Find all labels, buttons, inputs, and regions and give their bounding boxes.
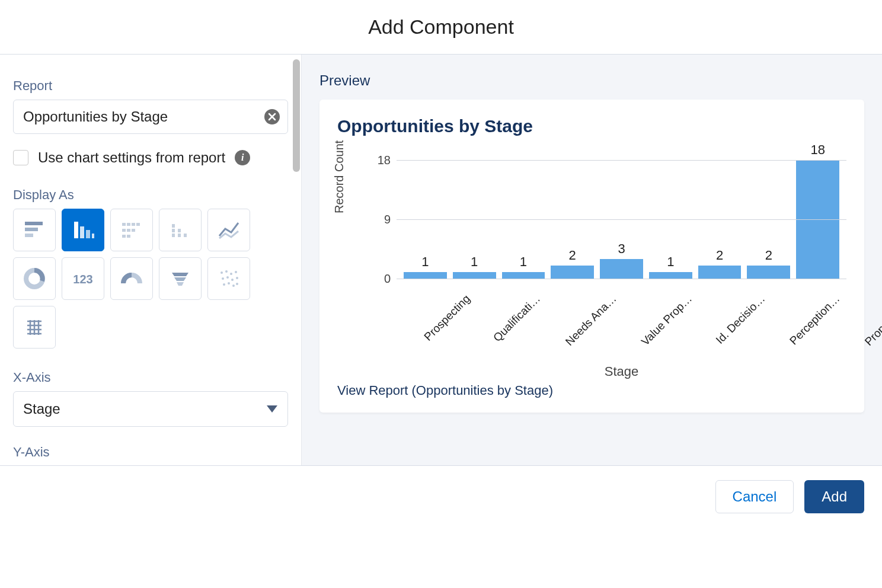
bar-value: 3: [599, 241, 644, 257]
report-label: Report: [13, 78, 288, 94]
svg-rect-12: [127, 229, 130, 232]
bar-value: 2: [697, 248, 743, 263]
svg-point-33: [231, 279, 234, 281]
gridline: [397, 279, 846, 279]
svg-point-35: [223, 283, 225, 286]
y-axis-label: Y-Axis: [13, 445, 288, 460]
svg-text:123: 123: [73, 273, 92, 286]
svg-rect-11: [122, 229, 126, 232]
preview-panel: Preview Opportunities by Stage Record Co…: [301, 55, 882, 465]
svg-point-34: [236, 277, 238, 279]
x-tick-label: Proposal/P…: [862, 288, 882, 349]
modal-title: Add Component: [0, 0, 882, 55]
gridline: [397, 160, 846, 161]
svg-point-31: [222, 277, 224, 280]
chart: Record Count 1112312218 0918 Prospecting…: [337, 160, 846, 362]
svg-rect-18: [172, 224, 175, 228]
svg-point-37: [232, 285, 235, 287]
use-chart-settings-label: Use chart settings from report: [38, 149, 225, 166]
display-funnel[interactable]: [159, 257, 202, 300]
svg-rect-6: [92, 234, 94, 238]
add-button[interactable]: Add: [804, 480, 864, 513]
bar-value: 18: [795, 142, 841, 158]
config-panel: Report Use chart settings from report i …: [0, 55, 301, 465]
svg-point-28: [225, 270, 228, 273]
x-axis-label: X-Axis: [13, 370, 288, 385]
scrollbar[interactable]: [292, 59, 301, 465]
svg-rect-0: [25, 222, 43, 225]
bar-value: 1: [648, 254, 694, 270]
svg-point-38: [236, 283, 238, 285]
x-tick-label: Value Prop…: [638, 288, 699, 349]
svg-marker-25: [174, 277, 186, 281]
svg-point-36: [228, 282, 230, 285]
y-tick: 0: [384, 272, 391, 286]
svg-rect-2: [25, 234, 33, 237]
bar-value: 2: [746, 248, 791, 263]
svg-point-27: [220, 271, 223, 274]
modal-footer: Cancel Add: [0, 466, 882, 528]
svg-rect-8: [127, 223, 130, 226]
report-input[interactable]: [13, 100, 288, 134]
display-as-grid: 123: [13, 209, 288, 349]
display-horizontal-bar[interactable]: [13, 209, 56, 251]
svg-rect-9: [132, 223, 135, 226]
display-donut[interactable]: [13, 257, 56, 300]
use-chart-settings-checkbox[interactable]: [13, 150, 28, 165]
x-tick-label: Perception…: [787, 288, 846, 347]
svg-rect-21: [184, 234, 187, 237]
svg-point-30: [235, 271, 237, 273]
svg-marker-24: [172, 273, 188, 276]
preview-label: Preview: [319, 72, 864, 89]
x-tick-label: Id. Decisio…: [714, 288, 772, 347]
display-scatter[interactable]: [207, 257, 250, 300]
modal-body: Report Use chart settings from report i …: [0, 55, 882, 466]
close-icon: [268, 113, 276, 121]
bar-value: 1: [501, 254, 547, 270]
gridline: [397, 219, 846, 220]
svg-rect-15: [127, 235, 130, 238]
display-as-label: Display As: [13, 187, 288, 203]
svg-rect-7: [122, 223, 126, 226]
cancel-button[interactable]: Cancel: [715, 480, 794, 513]
display-line[interactable]: [207, 209, 250, 251]
y-tick: 18: [378, 154, 391, 167]
display-stacked-vertical[interactable]: [159, 209, 202, 251]
display-vertical-bar[interactable]: [62, 209, 104, 251]
x-axis-title: Stage: [397, 364, 846, 379]
preview-card: Opportunities by Stage Record Count 1112…: [319, 100, 864, 413]
view-report-link[interactable]: View Report (Opportunities by Stage): [337, 383, 846, 398]
svg-point-32: [226, 276, 229, 279]
svg-rect-3: [74, 222, 78, 238]
info-icon[interactable]: i: [235, 150, 250, 165]
x-tick-label: Qualificati…: [491, 288, 547, 344]
y-tick: 9: [384, 213, 391, 226]
display-gauge[interactable]: [110, 257, 153, 300]
svg-rect-14: [122, 235, 126, 238]
svg-rect-13: [132, 229, 135, 232]
bar-value: 1: [402, 254, 448, 270]
display-metric[interactable]: 123: [62, 257, 104, 300]
svg-point-29: [230, 273, 232, 275]
svg-rect-10: [136, 223, 140, 226]
display-table[interactable]: [13, 306, 56, 349]
chart-title: Opportunities by Stage: [337, 116, 846, 136]
svg-rect-16: [172, 234, 175, 237]
x-tick-label: Prospecting: [421, 288, 477, 344]
bar-value: 1: [452, 254, 497, 270]
y-axis-title: Record Count: [333, 140, 346, 213]
display-stacked-horizontal[interactable]: [110, 209, 153, 251]
bar-value: 2: [549, 248, 595, 263]
svg-rect-1: [25, 228, 38, 231]
svg-marker-26: [177, 282, 184, 286]
x-tick-label: Needs Ana…: [563, 288, 623, 349]
svg-rect-19: [178, 234, 181, 237]
x-axis-select[interactable]: Stage: [13, 391, 288, 427]
svg-rect-4: [80, 226, 84, 238]
svg-rect-5: [86, 230, 90, 238]
svg-rect-20: [178, 229, 181, 232]
clear-report-button[interactable]: [264, 109, 280, 124]
svg-rect-17: [172, 229, 175, 232]
scrollbar-thumb[interactable]: [293, 59, 300, 172]
